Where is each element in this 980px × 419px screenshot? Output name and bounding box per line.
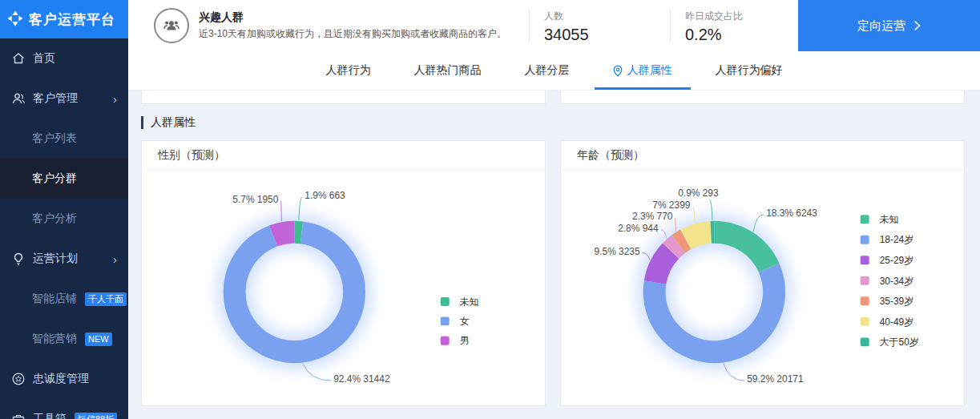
svg-text:女: 女 bbox=[460, 316, 470, 327]
stat-value: 34055 bbox=[544, 26, 670, 44]
svg-text:7% 2399: 7% 2399 bbox=[652, 199, 690, 211]
chevron-right-icon: › bbox=[113, 93, 117, 105]
sidebar: 客户运营平台 首页 客户管理 › bbox=[0, 0, 128, 419]
svg-text:未知: 未知 bbox=[880, 214, 899, 225]
tab-label: 人群行为 bbox=[326, 63, 371, 78]
sidebar-item-label: 运营计划 bbox=[33, 252, 78, 266]
sidebar-item-label: 客户管理 bbox=[33, 91, 78, 106]
segment-tabbar: 人群行为 人群热门商品 人群分层 人群属性 人群行为偏好 bbox=[128, 51, 980, 91]
tab-crowd-behavior[interactable]: 人群行为 bbox=[304, 51, 393, 90]
scrolled-cards-row bbox=[141, 91, 965, 104]
group-icon bbox=[161, 15, 182, 36]
tab-crowd-attributes[interactable]: 人群属性 bbox=[591, 51, 694, 90]
smart-shop-badge: 千人千面 bbox=[85, 292, 127, 306]
lightbulb-icon bbox=[11, 252, 26, 266]
stat-people-count: 人数 34055 bbox=[529, 10, 670, 42]
segment-info: 兴趣人群 近3-10天有加购或收藏行为，且近期没有购买加购或者收藏商品的客户。 bbox=[199, 10, 529, 41]
tab-label: 人群热门商品 bbox=[414, 63, 482, 78]
svg-text:0.9% 293: 0.9% 293 bbox=[678, 187, 719, 199]
platform-title: 客户运营平台 bbox=[29, 10, 115, 29]
sidebar-item-smart-shop[interactable]: 智能店铺 千人千面 bbox=[0, 279, 128, 319]
svg-text:2.8% 944: 2.8% 944 bbox=[618, 223, 659, 234]
svg-text:1.9% 663: 1.9% 663 bbox=[304, 190, 345, 201]
segment-name: 兴趣人群 bbox=[199, 10, 529, 25]
sidebar-item-loyalty-management[interactable]: 忠诚度管理 bbox=[0, 359, 128, 399]
tab-crowd-layering[interactable]: 人群分层 bbox=[503, 51, 591, 90]
content-area: 人群属性 性别（预测） 1.9% 66392.4% 314425.7% 1950… bbox=[128, 91, 980, 419]
sidebar-item-label: 客户分析 bbox=[32, 212, 77, 226]
targeted-operation-label: 定向运营 bbox=[857, 18, 905, 34]
age-donut-chart[interactable]: 18.3% 624359.2% 201719.5% 32352.8% 9442.… bbox=[561, 171, 964, 405]
location-pin-icon bbox=[613, 65, 623, 77]
sms-discount-badge: 短信88折 bbox=[75, 413, 117, 419]
section-title: 人群属性 bbox=[151, 115, 196, 130]
svg-text:25-29岁: 25-29岁 bbox=[880, 255, 913, 266]
sidebar-item-smart-marketing[interactable]: 智能营销 NEW bbox=[0, 319, 128, 359]
svg-text:92.4% 31442: 92.4% 31442 bbox=[333, 373, 390, 385]
home-icon bbox=[11, 51, 26, 66]
chevron-right-icon: › bbox=[113, 253, 117, 265]
segment-header: 兴趣人群 近3-10天有加购或收藏行为，且近期没有购买加购或者收藏商品的客户。 … bbox=[128, 0, 980, 51]
tab-label: 人群属性 bbox=[627, 63, 672, 78]
star-circle-icon bbox=[11, 372, 26, 386]
main-area: 兴趣人群 近3-10天有加购或收藏行为，且近期没有购买加购或者收藏商品的客户。 … bbox=[128, 0, 980, 419]
age-chart-card: 年龄（预测） 18.3% 624359.2% 201719.5% 32352.8… bbox=[560, 140, 965, 406]
sidebar-item-toolbox[interactable]: 工具箱 短信88折 bbox=[0, 399, 128, 419]
new-badge: NEW bbox=[85, 332, 112, 346]
sidebar-item-label: 首页 bbox=[33, 51, 55, 66]
sidebar-item-customer-list[interactable]: 客户列表 bbox=[0, 119, 128, 159]
platform-logo-icon bbox=[6, 9, 25, 30]
targeted-operation-button[interactable]: 定向运营 bbox=[798, 0, 980, 51]
sidebar-item-label: 忠诚度管理 bbox=[33, 372, 89, 386]
chevron-right-icon bbox=[913, 20, 921, 31]
svg-text:未知: 未知 bbox=[460, 296, 479, 308]
svg-text:男: 男 bbox=[460, 335, 470, 346]
segment-description: 近3-10天有加购或收藏行为，且近期没有购买加购或者收藏商品的客户。 bbox=[199, 27, 529, 41]
svg-text:40-49岁: 40-49岁 bbox=[880, 316, 913, 328]
stat-yesterday-deal-ratio: 昨日成交占比 0.2% bbox=[670, 10, 790, 42]
tab-label: 人群分层 bbox=[525, 63, 570, 78]
sidebar-item-label: 智能店铺 bbox=[32, 292, 77, 306]
sidebar-item-home[interactable]: 首页 bbox=[0, 38, 128, 79]
stat-label: 人数 bbox=[544, 10, 670, 23]
gender-card-title: 性别（预测） bbox=[142, 141, 545, 171]
sidebar-nav: 首页 客户管理 › 客户列表 客户分群 客户分析 bbox=[0, 38, 128, 419]
charts-row: 性别（预测） 1.9% 66392.4% 314425.7% 1950未知女男 … bbox=[141, 140, 965, 406]
svg-text:35-39岁: 35-39岁 bbox=[880, 296, 913, 307]
sidebar-item-label: 客户列表 bbox=[32, 131, 77, 146]
sidebar-item-label: 客户分群 bbox=[32, 171, 77, 186]
svg-text:2.3% 770: 2.3% 770 bbox=[632, 211, 673, 222]
svg-text:18-24岁: 18-24岁 bbox=[880, 234, 913, 245]
svg-text:9.5% 3235: 9.5% 3235 bbox=[595, 246, 640, 257]
users-icon bbox=[11, 91, 26, 106]
svg-text:18.3% 6243: 18.3% 6243 bbox=[766, 207, 817, 219]
gender-chart-card: 性别（预测） 1.9% 66392.4% 314425.7% 1950未知女男 bbox=[141, 140, 546, 406]
sidebar-item-customer-segmentation[interactable]: 客户分群 bbox=[0, 159, 128, 199]
tab-crowd-hot-products[interactable]: 人群热门商品 bbox=[393, 51, 503, 90]
sidebar-item-label: 智能营销 bbox=[32, 332, 77, 346]
svg-text:30-34岁: 30-34岁 bbox=[880, 276, 913, 287]
gender-donut-chart[interactable]: 1.9% 66392.4% 314425.7% 1950未知女男 bbox=[142, 171, 545, 405]
section-title-bar bbox=[141, 116, 143, 129]
svg-text:大于50岁: 大于50岁 bbox=[880, 336, 919, 348]
sidebar-item-label: 工具箱 bbox=[33, 412, 67, 419]
section-header: 人群属性 bbox=[141, 116, 965, 129]
svg-text:59.2% 20171: 59.2% 20171 bbox=[747, 373, 804, 385]
sidebar-item-customer-analysis[interactable]: 客户分析 bbox=[0, 199, 128, 239]
age-card-title: 年龄（预测） bbox=[561, 141, 964, 171]
scrolled-card-bottom bbox=[560, 91, 965, 104]
stat-label: 昨日成交占比 bbox=[685, 10, 790, 23]
stat-value: 0.2% bbox=[685, 26, 790, 44]
tab-crowd-behavior-preference[interactable]: 人群行为偏好 bbox=[694, 51, 805, 90]
sidebar-item-customer-management[interactable]: 客户管理 › bbox=[0, 79, 128, 119]
scrolled-card-bottom bbox=[141, 91, 546, 104]
platform-logo[interactable]: 客户运营平台 bbox=[0, 0, 128, 38]
sidebar-item-operation-plan[interactable]: 运营计划 › bbox=[0, 239, 128, 279]
svg-text:5.7% 1950: 5.7% 1950 bbox=[232, 194, 278, 205]
toolbox-icon bbox=[11, 412, 26, 419]
segment-avatar bbox=[154, 8, 189, 43]
app-root: 客户运营平台 首页 客户管理 › bbox=[0, 0, 980, 419]
tab-label: 人群行为偏好 bbox=[716, 63, 783, 78]
